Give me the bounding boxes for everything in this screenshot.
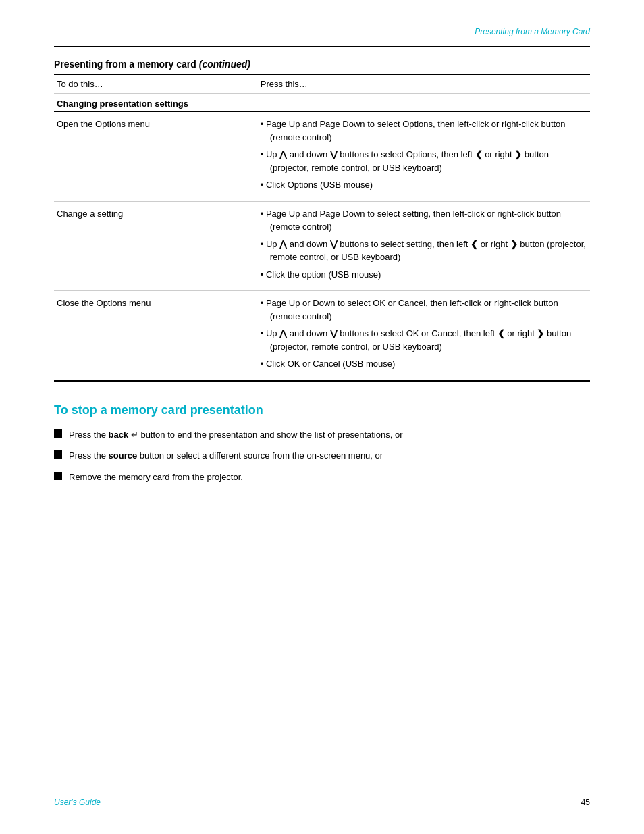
header-title: Presenting from a Memory Card — [475, 27, 590, 36]
col2-header: Press this… — [258, 74, 590, 94]
press-cell: Page Up or Down to select OK or Cancel, … — [258, 291, 590, 381]
action-cell: Open the Options menu — [54, 112, 258, 202]
list-item: Page Up and Page Down to select setting,… — [261, 207, 587, 234]
section-header-row: Changing presentation settings — [54, 94, 590, 112]
list-item: Page Up or Down to select OK or Cancel, … — [261, 296, 587, 323]
stop-item-text: Press the back ↵ button to end the prese… — [69, 428, 403, 442]
table-row: Close the Options menu Page Up or Down t… — [54, 291, 590, 381]
list-item: Press the source button or select a diff… — [54, 449, 590, 463]
bullet-icon — [54, 450, 62, 459]
page: Presenting from a Memory Card Presenting… — [0, 0, 644, 834]
list-item: Up ⋀ and down ⋁ buttons to select Option… — [261, 148, 587, 174]
press-cell: Page Up and Page Down to select Options,… — [258, 112, 590, 202]
stop-section: To stop a memory card presentation Press… — [54, 403, 590, 484]
stop-heading: To stop a memory card presentation — [54, 403, 590, 417]
page-footer: User's Guide 45 — [54, 793, 590, 807]
stop-item-text: Press the source button or select a diff… — [69, 449, 383, 463]
stop-item-text: Remove the memory card from the projecto… — [69, 471, 243, 484]
list-item: Up ⋀ and down ⋁ buttons to select settin… — [261, 238, 587, 264]
section-heading: Changing presentation settings — [54, 94, 590, 112]
header-divider — [54, 46, 590, 47]
bullet-icon — [54, 429, 62, 438]
action-cell: Change a setting — [54, 201, 258, 291]
main-table: To do this… Press this… Changing present… — [54, 74, 590, 382]
list-item: Press the back ↵ button to end the prese… — [54, 428, 590, 442]
footer-right: 45 — [581, 798, 590, 807]
list-item: Page Up and Page Down to select Options,… — [261, 118, 587, 144]
page-header: Presenting from a Memory Card — [475, 27, 590, 36]
list-item: Click OK or Cancel (USB mouse) — [261, 357, 587, 371]
col1-header: To do this… — [54, 74, 258, 94]
stop-list: Press the back ↵ button to end the prese… — [54, 428, 590, 484]
footer-left: User's Guide — [54, 798, 101, 807]
list-item: Up ⋀ and down ⋁ buttons to select OK or … — [261, 327, 587, 353]
col-header-row: To do this… Press this… — [54, 74, 590, 94]
table-title: Presenting from a memory card (continued… — [54, 59, 590, 70]
list-item: Remove the memory card from the projecto… — [54, 471, 590, 484]
table-section: Presenting from a memory card (continued… — [54, 59, 590, 382]
bullet-icon — [54, 472, 62, 480]
table-row: Change a setting Page Up and Page Down t… — [54, 201, 590, 291]
list-item: Click Options (USB mouse) — [261, 178, 587, 192]
table-row: Open the Options menu Page Up and Page D… — [54, 112, 590, 202]
list-item: Click the option (USB mouse) — [261, 268, 587, 282]
action-cell: Close the Options menu — [54, 291, 258, 381]
press-cell: Page Up and Page Down to select setting,… — [258, 201, 590, 291]
